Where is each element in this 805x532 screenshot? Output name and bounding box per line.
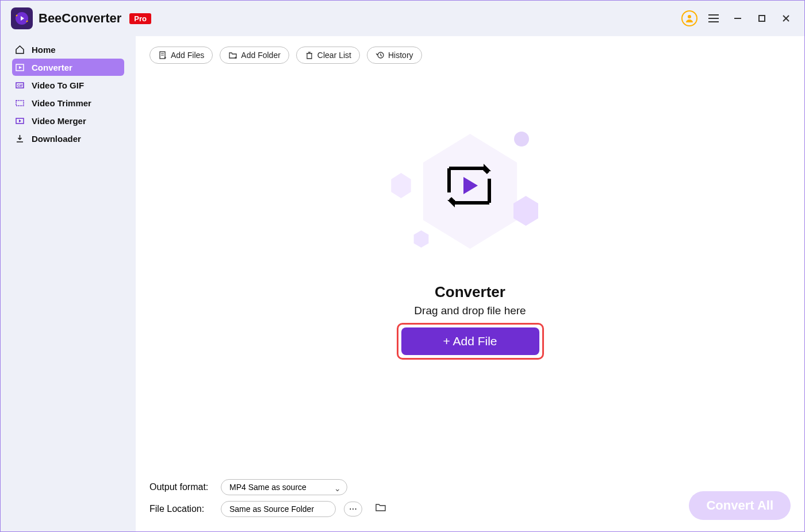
home-icon — [14, 45, 25, 55]
sidebar-item-merger[interactable]: Video Merger — [12, 112, 124, 129]
app-logo — [11, 7, 33, 29]
sidebar-item-label: Downloader — [32, 134, 81, 144]
account-button[interactable] — [681, 10, 697, 26]
svg-rect-7 — [759, 16, 765, 21]
add-folder-button[interactable]: + Add Folder — [220, 47, 289, 64]
close-icon — [781, 14, 791, 23]
sidebar-item-converter[interactable]: Converter — [12, 59, 124, 76]
svg-rect-14 — [16, 101, 24, 106]
clear-list-button[interactable]: Clear List — [296, 47, 360, 64]
converter-icon — [14, 63, 25, 72]
sidebar-item-label: Converter — [32, 63, 72, 72]
app-name: BeeConverter — [39, 11, 121, 26]
file-location-value: Same as Source Folder — [229, 504, 314, 514]
sidebar-item-label: Video Trimmer — [32, 98, 91, 108]
app-header: BeeConverter Pro — [1, 1, 804, 36]
svg-marker-11 — [19, 66, 22, 69]
center-subtitle: Drag and drop file here — [414, 304, 526, 317]
menu-icon — [707, 13, 720, 24]
sidebar-item-label: Video Merger — [32, 116, 86, 126]
sidebar-item-downloader[interactable]: Downloader — [12, 130, 124, 147]
svg-marker-27 — [463, 177, 478, 194]
svg-point-2 — [688, 15, 691, 18]
open-folder-button[interactable] — [370, 500, 391, 518]
svg-text:+: + — [234, 55, 237, 60]
minimize-icon — [733, 14, 742, 23]
maximize-icon — [758, 14, 766, 22]
button-label: History — [388, 51, 413, 60]
history-icon — [375, 51, 385, 60]
close-button[interactable] — [778, 10, 794, 26]
history-button[interactable]: History — [367, 47, 422, 64]
sidebar-item-label: Video To GIF — [32, 80, 84, 90]
add-folder-icon: + — [228, 51, 237, 60]
ellipsis-icon: ⋯ — [349, 504, 357, 514]
drop-zone[interactable]: Converter Drag and drop file here + Add … — [136, 122, 804, 360]
svg-marker-16 — [19, 119, 21, 122]
avatar-icon — [681, 10, 697, 26]
svg-text:GIF: GIF — [17, 84, 23, 87]
svg-marker-23 — [484, 164, 491, 171]
sidebar-item-trimmer[interactable]: Video Trimmer — [12, 94, 124, 111]
svg-marker-24 — [447, 200, 455, 207]
merger-icon — [14, 116, 25, 126]
sidebar-item-label: Home — [32, 45, 56, 55]
sidebar-item-gif[interactable]: GIF Video To GIF — [12, 76, 124, 94]
toolbar: + Add Files + Add Folder Clear List Hist… — [136, 36, 804, 74]
download-icon — [14, 134, 25, 144]
center-illustration — [367, 122, 574, 295]
logo-play-icon — [15, 11, 29, 25]
sidebar: Home Converter GIF Video To GIF Video Tr… — [1, 36, 136, 531]
header-right — [681, 10, 794, 26]
add-file-highlight: + Add File — [397, 323, 544, 360]
button-label: Clear List — [317, 51, 351, 60]
trimmer-icon — [14, 98, 25, 108]
output-format-select[interactable]: MP4 Same as source ⌄ — [221, 479, 347, 495]
convert-play-icon — [440, 157, 498, 214]
main-panel: + Add Files + Add Folder Clear List Hist… — [136, 36, 804, 531]
output-format-label: Output format: — [150, 482, 213, 492]
sidebar-item-home[interactable]: Home — [12, 41, 124, 58]
folder-icon — [375, 502, 386, 512]
add-files-button[interactable]: + Add Files — [150, 47, 213, 64]
minimize-button[interactable] — [730, 10, 746, 26]
output-format-value: MP4 Same as source — [229, 483, 306, 492]
menu-button[interactable] — [706, 10, 722, 26]
gif-icon: GIF — [14, 80, 25, 90]
convert-all-button[interactable]: Convert All — [689, 491, 791, 520]
header-left: BeeConverter Pro — [11, 7, 151, 29]
add-file-button[interactable]: + Add File — [401, 327, 539, 355]
trash-icon — [305, 51, 314, 60]
file-location-label: File Location: — [150, 504, 213, 514]
maximize-button[interactable] — [754, 10, 770, 26]
svg-text:+: + — [164, 55, 167, 60]
file-location-select[interactable]: Same as Source Folder — [221, 501, 336, 517]
button-label: Add Folder — [241, 51, 280, 60]
button-label: Add Files — [171, 51, 204, 60]
chevron-down-icon: ⌄ — [334, 484, 341, 493]
pro-badge: Pro — [129, 13, 151, 24]
add-file-icon: + — [158, 51, 167, 60]
file-location-more-button[interactable]: ⋯ — [344, 502, 362, 516]
